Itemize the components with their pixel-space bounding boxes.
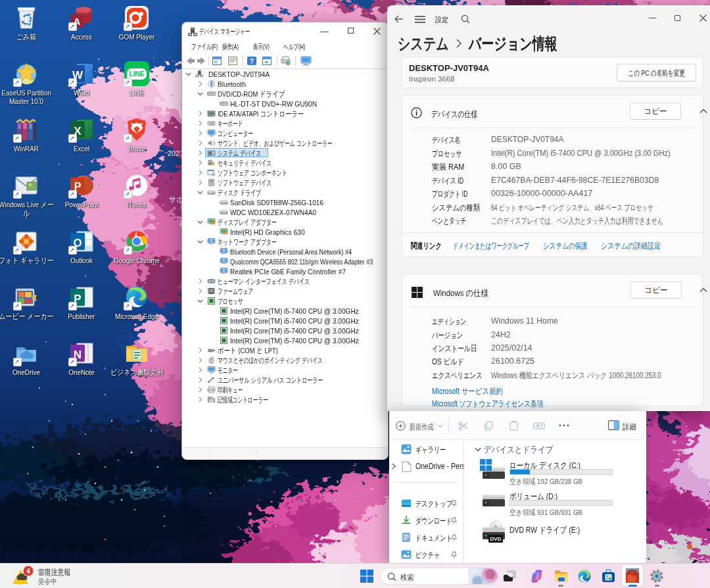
svg-text:?: ?	[250, 58, 254, 65]
svg-text:DVD: DVD	[490, 536, 502, 542]
svg-text:4: 4	[26, 568, 30, 575]
